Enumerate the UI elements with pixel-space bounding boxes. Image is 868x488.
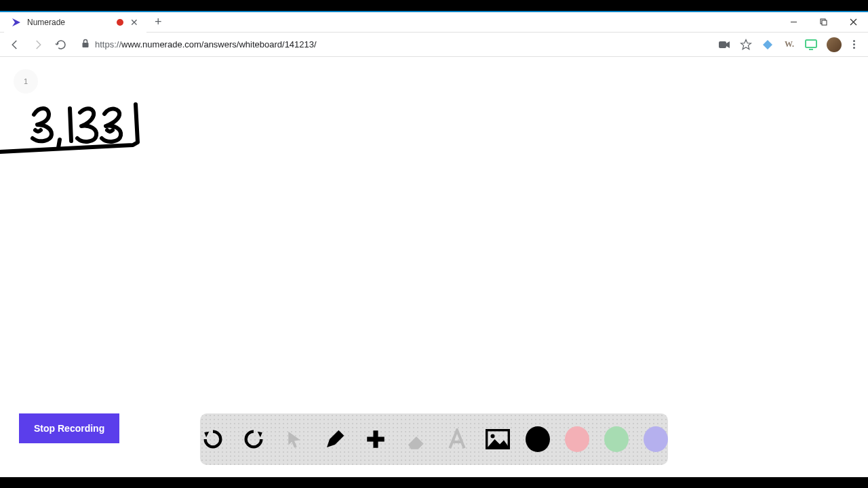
forward-button[interactable] [28, 35, 47, 54]
whiteboard-drawing [0, 57, 176, 206]
close-window-button[interactable] [838, 12, 868, 33]
minimize-button[interactable] [778, 12, 808, 33]
reload-button[interactable] [52, 35, 71, 54]
extension-diamond-icon[interactable] [762, 39, 774, 51]
svg-marker-0 [12, 18, 20, 26]
svg-rect-3 [822, 20, 827, 25]
svg-marker-8 [763, 40, 772, 49]
chrome-menu-button[interactable] [851, 40, 857, 49]
stop-recording-button[interactable]: Stop Recording [19, 413, 119, 443]
add-tool[interactable] [363, 426, 389, 453]
svg-rect-7 [719, 41, 726, 48]
recording-indicator-icon [117, 19, 123, 26]
text-tool[interactable] [444, 426, 470, 453]
svg-rect-9 [806, 40, 816, 47]
star-icon[interactable] [740, 39, 752, 51]
numerade-favicon-icon [11, 17, 22, 28]
pen-tool[interactable] [322, 426, 348, 453]
svg-rect-6 [83, 43, 89, 47]
back-button[interactable] [5, 35, 24, 54]
color-purple[interactable] [644, 426, 668, 452]
camera-icon[interactable] [718, 39, 730, 51]
color-pink[interactable] [565, 426, 589, 452]
lock-icon [81, 39, 90, 51]
tab-title: Numerade [27, 18, 111, 27]
new-tab-button[interactable]: + [146, 15, 170, 29]
image-tool[interactable] [485, 426, 511, 453]
window-controls [778, 12, 868, 33]
whiteboard-toolbar [200, 413, 668, 465]
browser-tab[interactable]: Numerade ✕ [4, 12, 146, 33]
page-content: 1 Stop Recording [0, 57, 868, 477]
titlebar: Numerade ✕ + [0, 12, 868, 33]
browser-window: Numerade ✕ + [0, 11, 868, 477]
letterbox-bottom [0, 477, 868, 488]
url-text: https://www.numerade.com/answers/whitebo… [95, 39, 317, 49]
pointer-tool[interactable] [281, 426, 307, 453]
extension-w-icon[interactable]: W. [783, 39, 795, 51]
color-black[interactable] [526, 426, 550, 452]
profile-avatar[interactable] [827, 37, 842, 52]
address-bar[interactable]: https://www.numerade.com/answers/whitebo… [75, 35, 709, 54]
maximize-button[interactable] [808, 12, 838, 33]
extension-monitor-icon[interactable] [805, 39, 817, 51]
redo-button[interactable] [241, 426, 267, 453]
addressbar-row: https://www.numerade.com/answers/whitebo… [0, 33, 868, 57]
url-prefix: https:// [95, 39, 121, 49]
eraser-tool[interactable] [403, 426, 429, 453]
undo-button[interactable] [200, 426, 226, 453]
tab-close-button[interactable]: ✕ [129, 17, 140, 28]
svg-point-14 [490, 434, 494, 439]
color-green[interactable] [604, 426, 629, 452]
url-host-path: www.numerade.com/answers/whiteboard/1412… [121, 39, 317, 49]
extension-icons: W. [713, 37, 863, 52]
letterbox-top [0, 0, 868, 11]
